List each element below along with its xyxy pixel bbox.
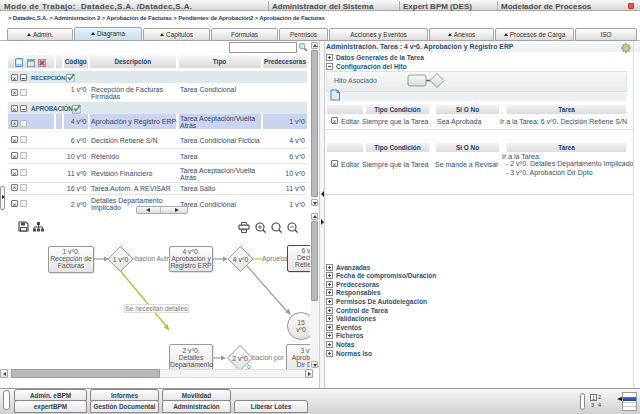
svg-text:4 vº0: 4 vº0 <box>233 256 249 263</box>
svg-text:15: 15 <box>297 319 305 326</box>
svg-text:vº0: vº0 <box>296 326 306 333</box>
svg-text:1 vº0: 1 vº0 <box>113 256 129 263</box>
svg-text:2 vº0: 2 vº0 <box>232 355 248 362</box>
